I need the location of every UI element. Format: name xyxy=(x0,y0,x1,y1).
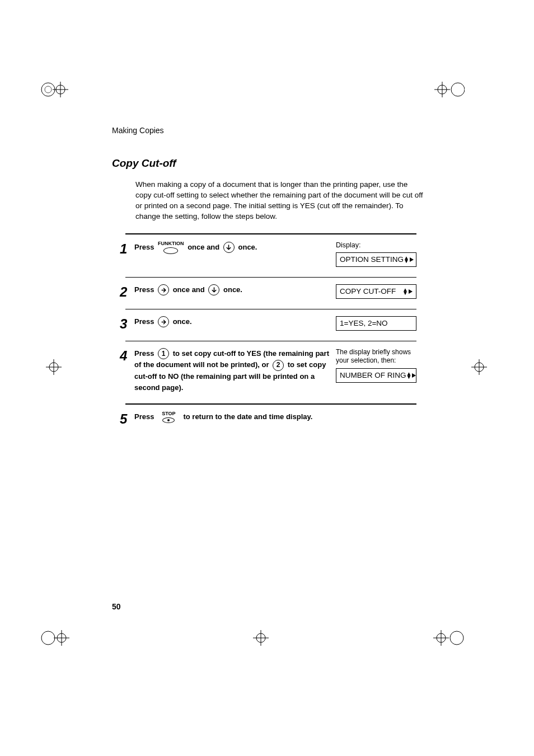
lcd-text: COPY CUT-OFF xyxy=(340,287,396,295)
step-display-area: The display briefly shows your selection… xyxy=(336,348,425,383)
up-down-arrows-icon: ▲▼ xyxy=(406,372,412,378)
svg-point-8 xyxy=(451,83,465,96)
lcd-text: OPTION SETTING xyxy=(340,255,404,264)
step-1: 1 Press FUNKTION once and once. Display:… xyxy=(120,234,425,277)
registration-mark xyxy=(431,73,465,106)
registration-mark xyxy=(462,350,496,384)
registration-mark xyxy=(431,621,465,655)
step-3: 3 Press once. 1=YES, 2=NO xyxy=(120,309,425,341)
section-title: Copy Cut-off xyxy=(112,157,425,170)
press-label: Press xyxy=(134,412,154,421)
press-label: Press xyxy=(134,317,154,326)
step-number: 4 xyxy=(120,348,134,363)
registration-mark xyxy=(38,621,72,655)
svg-point-15 xyxy=(41,631,55,645)
lcd-text: NUMBER OF RING xyxy=(340,371,406,379)
lcd-display: 1=YES, 2=NO xyxy=(336,316,416,331)
step-display-area: 1=YES, 2=NO xyxy=(336,316,425,331)
return-text: to return to the date and time display. xyxy=(183,412,312,421)
page-content: Making Copies Copy Cut-off When making a… xyxy=(112,126,425,436)
press-label: Press xyxy=(134,285,154,294)
press-label: Press xyxy=(134,243,154,251)
registration-mark xyxy=(38,73,72,106)
once-and-label: once and xyxy=(188,243,219,251)
step-4: 4 Press 1 to set copy cut-off to YES (th… xyxy=(120,341,425,403)
funktion-label: FUNKTION xyxy=(158,241,184,246)
step-instruction: Press 1 to set copy cut-off to YES (the … xyxy=(134,348,336,393)
registration-mark xyxy=(37,350,71,384)
step-instruction: Press STOP to return to the date and tim… xyxy=(134,411,425,423)
svg-point-25 xyxy=(450,631,463,645)
step-number: 1 xyxy=(120,241,134,256)
down-arrow-button-icon xyxy=(223,242,235,253)
key-2-icon: 2 xyxy=(273,360,284,371)
lcd-display: NUMBER OF RING ▲▼ xyxy=(336,368,416,383)
right-arrow-button-icon xyxy=(158,284,169,295)
right-arrow-icon xyxy=(409,289,413,294)
step-2: 2 Press once and once. COPY CUT-OFF ▲▼ xyxy=(120,278,425,309)
lcd-text: 1=YES, 2=NO xyxy=(340,319,388,327)
step-instruction: Press FUNKTION once and once. xyxy=(134,241,336,254)
right-arrow-icon xyxy=(410,257,414,262)
step-number: 2 xyxy=(120,284,134,299)
stop-label: STOP xyxy=(162,411,175,416)
lcd-display: COPY CUT-OFF ▲▼ xyxy=(336,284,416,299)
once-label: once. xyxy=(223,285,242,294)
once-label: once. xyxy=(238,243,257,251)
right-arrow-button-icon xyxy=(158,316,169,327)
funktion-button-icon: FUNKTION xyxy=(158,241,184,254)
registration-mark xyxy=(244,621,278,655)
step-display-area: COPY CUT-OFF ▲▼ xyxy=(336,284,425,299)
page-number: 50 xyxy=(112,602,121,611)
right-arrow-icon xyxy=(412,373,416,378)
step-display-area: Display: OPTION SETTING ▲▼ xyxy=(336,241,425,267)
step-number: 5 xyxy=(120,411,134,426)
once-label: once. xyxy=(173,317,192,326)
display-note: The display briefly shows your selection… xyxy=(336,348,425,365)
display-label: Display: xyxy=(336,241,425,249)
stop-button-icon: STOP xyxy=(162,411,175,423)
key-1-icon: 1 xyxy=(158,348,169,359)
running-header: Making Copies xyxy=(112,126,425,135)
press-label: Press xyxy=(134,349,154,358)
lcd-display: OPTION SETTING ▲▼ xyxy=(336,252,416,267)
svg-point-1 xyxy=(45,86,51,93)
step-instruction: Press once. xyxy=(134,316,336,328)
up-down-arrows-icon: ▲▼ xyxy=(404,256,409,262)
intro-paragraph: When making a copy of a document that is… xyxy=(135,180,425,222)
step-5: 5 Press STOP to return to the date and t… xyxy=(120,405,425,436)
step-instruction: Press once and once. xyxy=(134,284,336,296)
up-down-arrows-icon: ▲▼ xyxy=(402,288,408,294)
step-number: 3 xyxy=(120,316,134,331)
once-and-label: once and xyxy=(173,285,205,294)
down-arrow-button-icon xyxy=(208,284,219,295)
